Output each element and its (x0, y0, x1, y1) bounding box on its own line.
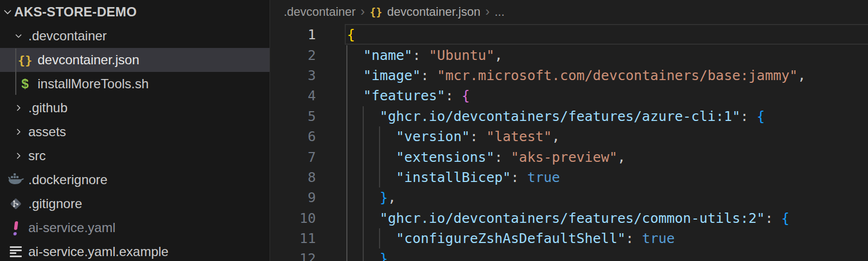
file-label: ai-service.yaml (28, 220, 115, 235)
shell-icon: $ (17, 76, 33, 92)
code-lines[interactable]: 1 { 2 "name": "Ubuntu", 3 "image": "mcr.… (271, 25, 868, 261)
explorer-sidebar: AKS-STORE-DEMO .devcontainer {} devconta… (0, 0, 270, 261)
json-braces-icon: {} (17, 52, 33, 68)
line-code: "installBicep": true (347, 169, 560, 185)
sidebar-item-installmoretools-sh[interactable]: $ installMoreTools.sh (0, 72, 270, 96)
sidebar-item-dockerignore[interactable]: .dockerignore (0, 168, 270, 192)
code-line[interactable]: 4 "features": { (271, 86, 868, 106)
yaml-exclamation-icon (8, 220, 24, 236)
code-line[interactable]: 1 { (271, 25, 868, 45)
line-number: 9 (271, 190, 316, 205)
sidebar-item-devcontainer-folder[interactable]: .devcontainer (0, 24, 270, 48)
breadcrumb-folder[interactable]: .devcontainer (284, 5, 356, 19)
file-label: devcontainer.json (38, 52, 139, 68)
breadcrumb-separator-icon: › (360, 5, 365, 20)
chevron-right-icon (13, 102, 24, 113)
chevron-down-icon (2, 7, 13, 17)
file-label: .gitignore (28, 196, 82, 211)
line-number: 6 (271, 129, 316, 144)
sidebar-item-ai-service-yaml[interactable]: ai-service.yaml (0, 216, 270, 240)
sidebar-item-assets-folder[interactable]: assets (0, 120, 270, 144)
workspace-title: AKS-STORE-DEMO (14, 4, 137, 20)
chevron-right-icon (13, 150, 24, 161)
breadcrumb: .devcontainer › {} devcontainer.json › .… (271, 0, 868, 24)
code-line[interactable]: 9 }, (271, 187, 868, 208)
chevron-right-icon (13, 126, 24, 137)
chevron-down-icon (13, 31, 24, 41)
line-number: 5 (271, 108, 316, 124)
breadcrumb-file[interactable]: devcontainer.json (387, 5, 480, 19)
line-code: { (347, 27, 355, 43)
tree-indent-guide (15, 48, 16, 95)
line-code: "version": "latest", (347, 129, 560, 144)
sidebar-item-src-folder[interactable]: src (0, 144, 270, 168)
breadcrumb-separator-icon: › (485, 5, 490, 20)
line-number: 8 (271, 169, 316, 185)
folder-label: .github (28, 100, 68, 116)
text-lines-icon (8, 244, 24, 260)
line-number: 12 (271, 251, 316, 261)
line-code: "configureZshAsDefaultShell": true (347, 230, 675, 246)
code-line[interactable]: 2 "name": "Ubuntu", (271, 45, 868, 65)
folder-label: assets (28, 124, 66, 139)
code-line[interactable]: 3 "image": "mcr.microsoft.com/devcontain… (271, 65, 868, 86)
sidebar-item-gitignore[interactable]: .gitignore (0, 192, 270, 216)
line-code: }, (347, 190, 396, 205)
line-number: 4 (271, 88, 316, 104)
git-icon (8, 196, 24, 212)
sidebar-item-github-folder[interactable]: .github (0, 96, 270, 120)
line-code: "image": "mcr.microsoft.com/devcontainer… (347, 68, 806, 83)
line-code: "features": { (347, 88, 470, 104)
line-number: 11 (271, 230, 316, 246)
sidebar-item-ai-service-yaml-example[interactable]: ai-service.yaml.example (0, 240, 270, 261)
sidebar-item-devcontainer-json[interactable]: {} devcontainer.json (0, 48, 270, 72)
line-code: "ghcr.io/devcontainers/features/azure-cl… (347, 108, 765, 124)
line-number: 10 (271, 210, 316, 226)
folder-label: .devcontainer (28, 28, 107, 44)
workspace-root-header[interactable]: AKS-STORE-DEMO (0, 0, 270, 24)
folder-label: src (28, 148, 46, 163)
json-braces-icon: {} (370, 6, 382, 18)
file-label: installMoreTools.sh (38, 76, 149, 92)
code-line[interactable]: 5 "ghcr.io/devcontainers/features/azure-… (271, 106, 868, 126)
file-label: ai-service.yaml.example (28, 244, 168, 259)
line-code: } (347, 251, 388, 261)
line-number: 3 (271, 68, 316, 83)
line-code: "ghcr.io/devcontainers/features/common-u… (347, 210, 790, 226)
code-line[interactable]: 6 "version": "latest", (271, 126, 868, 147)
file-label: .dockerignore (28, 172, 107, 187)
code-line[interactable]: 12 } (271, 248, 868, 261)
line-code: "extensions": "aks-preview", (347, 149, 626, 165)
code-line[interactable]: 7 "extensions": "aks-preview", (271, 147, 868, 167)
docker-whale-icon (8, 172, 24, 188)
code-line[interactable]: 8 "installBicep": true (271, 167, 868, 187)
line-number: 7 (271, 149, 316, 165)
line-number: 1 (271, 27, 316, 43)
line-number: 2 (271, 47, 316, 63)
code-line[interactable]: 10 "ghcr.io/devcontainers/features/commo… (271, 208, 868, 228)
editor-pane: .devcontainer › {} devcontainer.json › .… (271, 0, 868, 261)
line-code: "name": "Ubuntu", (347, 47, 503, 63)
breadcrumb-symbol-ellipsis[interactable]: ... (494, 5, 504, 19)
code-line[interactable]: 11 "configureZshAsDefaultShell": true (271, 228, 868, 248)
